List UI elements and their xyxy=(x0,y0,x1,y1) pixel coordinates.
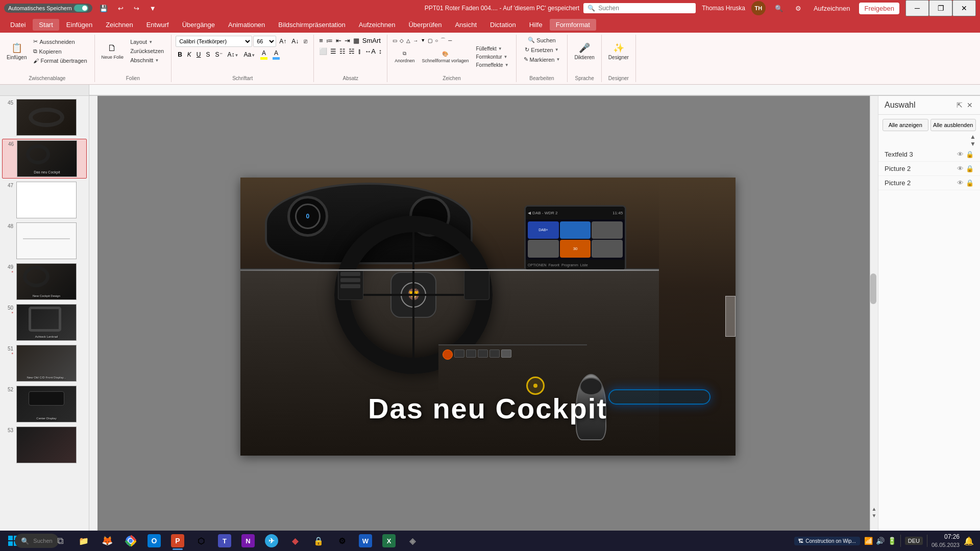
shape-rect[interactable]: ▭ xyxy=(391,37,398,44)
menu-aufzeichnen[interactable]: Aufzeichnen xyxy=(353,19,402,31)
menu-zeichnen[interactable]: Zeichnen xyxy=(100,19,139,31)
list-bullet-button[interactable]: ≡ xyxy=(318,36,324,45)
find-button[interactable]: 🔍 Suchen xyxy=(525,36,558,44)
taskbar-explorer[interactable]: 📁 xyxy=(72,531,95,551)
taskbar-telegram[interactable]: ✈ xyxy=(260,531,283,551)
undo-button[interactable]: ↩ xyxy=(115,3,127,14)
section-button[interactable]: Abschnitt ▼ xyxy=(127,56,167,64)
shape-tri[interactable]: △ xyxy=(405,37,411,44)
indent-right-button[interactable]: ⇥ xyxy=(344,36,351,45)
canvas-area[interactable]: ▲ ▼ 0 xyxy=(97,96,878,537)
record-button[interactable]: Aufzeichnen xyxy=(811,3,853,14)
clear-format-button[interactable]: ⎚ xyxy=(302,37,309,46)
italic-button[interactable]: K xyxy=(185,50,193,59)
taskbar-firefox[interactable]: 🦊 xyxy=(96,531,118,551)
new-slide-button[interactable]: 🗋 Neue Folie xyxy=(99,36,127,66)
sort-up-button[interactable]: ▲ xyxy=(970,133,976,140)
taskbar-word[interactable]: W xyxy=(354,531,377,551)
bold-button[interactable]: B xyxy=(176,50,184,59)
list-number-button[interactable]: ≔ xyxy=(325,36,334,45)
panel-item-picture1[interactable]: Picture 2 👁 🔒 xyxy=(878,162,980,176)
notifications-button[interactable]: 🔔 xyxy=(964,536,974,546)
taskbar-search[interactable]: 🔍 Suchen xyxy=(26,531,48,551)
shape-curve[interactable]: ⌒ xyxy=(439,36,447,45)
lock-icon-textfeld[interactable]: 🔒 xyxy=(966,151,974,158)
menu-hilfe[interactable]: Hilfe xyxy=(523,19,549,31)
menu-start[interactable]: Start xyxy=(33,19,59,31)
taskbar-excel[interactable]: X xyxy=(378,531,400,551)
shape-rect2[interactable]: ▢ xyxy=(427,36,433,45)
autosave-switch[interactable] xyxy=(74,5,88,12)
align-left-button[interactable]: ⬜ xyxy=(318,46,328,56)
redo-button[interactable]: ↪ xyxy=(131,3,142,14)
taskbar-powerpoint[interactable]: P xyxy=(166,531,189,551)
designer-button[interactable]: ✨ Designer xyxy=(606,36,631,66)
sort-down-button[interactable]: ▼ xyxy=(970,140,976,147)
quickstyles-button[interactable]: 🎨 Schnellformat vorlagen xyxy=(419,50,472,64)
taskbar-app-misc4[interactable]: ⚙ xyxy=(331,531,353,551)
slide-thumb-46[interactable]: 46 Das neu Cockpit xyxy=(2,139,87,179)
share-button[interactable]: Freigeben xyxy=(859,3,899,14)
outline-button[interactable]: Formkontur ▼ xyxy=(473,53,511,61)
taskbar-app-misc5[interactable]: ◈ xyxy=(401,531,424,551)
font-selector[interactable]: Calibri (Textkörper) xyxy=(176,36,252,47)
hide-all-button[interactable]: Alle ausblenden xyxy=(930,119,976,131)
shape-arrow[interactable]: → xyxy=(412,37,419,44)
copy-button[interactable]: ⧉ Kopieren xyxy=(30,47,90,56)
smartart-button[interactable]: SmArt xyxy=(361,36,382,45)
menu-einfuegen[interactable]: Einfügen xyxy=(60,19,99,31)
visibility-icon-picture2[interactable]: 👁 xyxy=(957,179,964,187)
menu-entwurf[interactable]: Entwurf xyxy=(140,19,175,31)
align-right-button[interactable]: ☷ xyxy=(338,46,347,56)
visibility-icon-picture1[interactable]: 👁 xyxy=(957,165,964,172)
slide-thumb-49[interactable]: 49 * New Cockpit Design xyxy=(2,262,87,301)
scroll-down-button[interactable]: ▼ xyxy=(872,513,877,518)
show-all-button[interactable]: Alle anzeigen xyxy=(883,119,928,131)
taskbar-chrome[interactable] xyxy=(119,531,142,551)
vertical-scrollbar-track[interactable]: ▲ ▼ xyxy=(870,96,878,537)
align-center-button[interactable]: ☰ xyxy=(329,46,337,56)
cut-button[interactable]: ✂ Ausschneiden xyxy=(30,37,90,46)
increase-font-button[interactable]: A↑ xyxy=(277,37,288,46)
slide-thumb-48[interactable]: 48 xyxy=(2,221,87,260)
lock-icon-picture2[interactable]: 🔒 xyxy=(966,179,974,187)
panel-item-picture2[interactable]: Picture 2 👁 🔒 xyxy=(878,176,980,190)
menu-animationen[interactable]: Animationen xyxy=(222,19,271,31)
taskbar-outlook[interactable]: O xyxy=(143,531,165,551)
shape-diamond[interactable]: ◇ xyxy=(399,37,405,44)
reset-button[interactable]: Zurücksetzen xyxy=(127,47,167,55)
shape-more[interactable]: ▼ xyxy=(420,37,426,44)
language-button[interactable]: DEU xyxy=(905,537,923,545)
menu-dictation[interactable]: Dictation xyxy=(484,19,522,31)
slide-thumb-45[interactable]: 45 xyxy=(2,98,87,137)
taskbar-app-misc2[interactable]: ◆ xyxy=(284,531,306,551)
highlight-button[interactable]: A xyxy=(271,48,282,61)
indent-left-button[interactable]: ⇤ xyxy=(335,36,342,45)
close-button[interactable]: ✕ xyxy=(952,0,976,16)
taskbar-task-view[interactable]: ⧉ xyxy=(49,531,71,551)
shadow-button[interactable]: S⁻ xyxy=(213,50,225,59)
slide-thumb-53[interactable]: 53 xyxy=(2,425,87,464)
taskbar-app-misc3[interactable]: 🔒 xyxy=(307,531,330,551)
more-options-button[interactable]: ▼ xyxy=(146,3,159,14)
case-button[interactable]: Aa▼ xyxy=(241,50,257,59)
font-size-selector[interactable]: 66 xyxy=(253,36,276,47)
search-button[interactable]: 🔍 xyxy=(772,3,786,14)
replace-button[interactable]: ↻ Ersetzen ▼ xyxy=(522,45,561,54)
lock-icon-picture1[interactable]: 🔒 xyxy=(966,165,974,172)
fill-button[interactable]: Fülleffekt ▼ xyxy=(473,45,511,53)
scroll-up-button[interactable]: ▲ xyxy=(872,506,877,512)
menu-ueberpruefen[interactable]: Überprüfen xyxy=(402,19,448,31)
paste-button[interactable]: 📋 Einfügen xyxy=(4,36,29,66)
system-notification[interactable]: 🏗 Construction on Wip... xyxy=(794,537,860,545)
taskbar-teams[interactable]: T xyxy=(213,531,236,551)
search-input[interactable] xyxy=(598,5,680,12)
visibility-icon-textfeld[interactable]: 👁 xyxy=(957,151,964,158)
underline-button[interactable]: U xyxy=(194,50,203,59)
line-spacing-button[interactable]: ↕ xyxy=(378,46,383,56)
minimize-button[interactable]: ─ xyxy=(905,0,929,16)
tray-clock[interactable]: 07:26 06.05.2023 xyxy=(932,533,960,549)
shape-line[interactable]: ─ xyxy=(447,36,453,45)
justify-button[interactable]: ☵ xyxy=(348,46,356,56)
vertical-scrollbar-thumb[interactable] xyxy=(870,273,876,304)
